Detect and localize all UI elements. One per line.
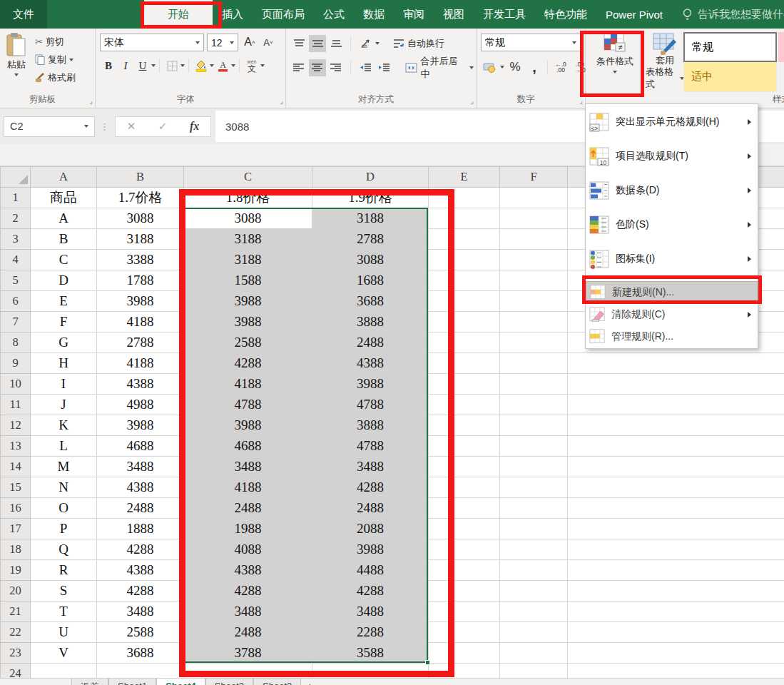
cell-F12[interactable]: [500, 415, 568, 436]
cell-E16[interactable]: [429, 498, 500, 519]
cell-A8[interactable]: G: [31, 333, 97, 353]
cell-D13[interactable]: 4788: [312, 436, 429, 457]
shrink-font-button[interactable]: A˅: [260, 34, 277, 51]
cell-C19[interactable]: 4388: [184, 560, 312, 581]
cell-F4[interactable]: [500, 250, 568, 270]
clipboard-dialog-launcher-icon[interactable]: ⌟: [89, 97, 93, 105]
row-header-12[interactable]: 12: [1, 415, 31, 436]
ribbon-tab-2[interactable]: 页面布局: [253, 0, 314, 29]
cell-F13[interactable]: [500, 436, 568, 457]
cell-D7[interactable]: 3888: [312, 312, 429, 333]
row-header-15[interactable]: 15: [1, 477, 31, 498]
cell-F16[interactable]: [500, 498, 568, 519]
cell-E18[interactable]: [429, 539, 500, 560]
cell-D2[interactable]: 3188: [312, 208, 429, 229]
cell-B8[interactable]: 2788: [97, 333, 184, 353]
paste-button[interactable]: 粘贴: [3, 33, 30, 76]
row-header-11[interactable]: 11: [1, 395, 31, 415]
fill-color-button[interactable]: [193, 57, 210, 74]
ribbon-tab-6[interactable]: 视图: [434, 0, 474, 29]
cell-F15[interactable]: [500, 477, 568, 498]
cell-C18[interactable]: 4088: [184, 539, 312, 560]
cell-B19[interactable]: 4388: [97, 560, 184, 581]
cell-D4[interactable]: 3088: [312, 250, 429, 270]
number-dialog-launcher-icon[interactable]: ⌟: [579, 97, 583, 105]
cell-D14[interactable]: 3488: [312, 457, 429, 477]
cell-F21[interactable]: [500, 602, 568, 622]
cell-A19[interactable]: R: [31, 560, 97, 581]
row-header-9[interactable]: 9: [1, 353, 31, 374]
row-header-17[interactable]: 17: [1, 519, 31, 539]
ribbon-tab-4[interactable]: 数据: [354, 0, 394, 29]
center-button[interactable]: [309, 59, 326, 76]
borders-button[interactable]: [163, 57, 180, 74]
row-header-22[interactable]: 22: [1, 622, 31, 643]
row-header-10[interactable]: 10: [1, 374, 31, 395]
cell-F18[interactable]: [500, 539, 568, 560]
cell-D10[interactable]: 3988: [312, 374, 429, 395]
font-size-select[interactable]: 12: [207, 34, 238, 51]
cell-C4[interactable]: 3188: [184, 250, 312, 270]
font-color-button[interactable]: A: [214, 57, 231, 74]
cell-D1[interactable]: 1.9价格: [312, 188, 429, 208]
cell-B21[interactable]: 3488: [97, 602, 184, 622]
cell-C14[interactable]: 3488: [184, 457, 312, 477]
cell-F20[interactable]: [500, 581, 568, 602]
cell-E10[interactable]: [429, 374, 500, 395]
cell-B12[interactable]: 3988: [97, 415, 184, 436]
menu-item-4[interactable]: 图标集(I): [586, 242, 758, 276]
column-header-C[interactable]: C: [184, 167, 312, 188]
cell-A7[interactable]: F: [31, 312, 97, 333]
cell-A11[interactable]: J: [31, 395, 97, 415]
cell-E6[interactable]: [429, 291, 500, 312]
cell-C10[interactable]: 4188: [184, 374, 312, 395]
top-align-button[interactable]: [290, 35, 307, 52]
cell-D22[interactable]: 2288: [312, 622, 429, 643]
column-header-D[interactable]: D: [312, 167, 429, 188]
cell-E22[interactable]: [429, 622, 500, 643]
cell-D19[interactable]: 4488: [312, 560, 429, 581]
cell-C8[interactable]: 2588: [184, 333, 312, 353]
align-left-button[interactable]: [290, 59, 307, 76]
cell-style-bad-sliver[interactable]: [778, 32, 784, 62]
cell-C22[interactable]: 2488: [184, 622, 312, 643]
cell-A6[interactable]: E: [31, 291, 97, 312]
cell-B22[interactable]: 2588: [97, 622, 184, 643]
cell-F1[interactable]: [500, 188, 568, 208]
cell-F7[interactable]: [500, 312, 568, 333]
row-header-14[interactable]: 14: [1, 457, 31, 477]
menu-item-0[interactable]: ≤>突出显示单元格规则(H): [586, 105, 758, 139]
row-header-16[interactable]: 16: [1, 498, 31, 519]
menu-item-6[interactable]: 清除规则(C): [586, 303, 758, 325]
cell-C3[interactable]: 3188: [184, 229, 312, 250]
cell-C23[interactable]: 3788: [184, 643, 312, 664]
cell-G16[interactable]: [568, 498, 784, 519]
column-header-B[interactable]: B: [97, 167, 184, 188]
ribbon-tab-0[interactable]: 开始: [144, 0, 213, 29]
cell-F5[interactable]: [500, 270, 568, 291]
menu-item-2[interactable]: 数据条(D): [586, 173, 758, 208]
cell-E15[interactable]: [429, 477, 500, 498]
cell-D20[interactable]: 4288: [312, 581, 429, 602]
cell-A21[interactable]: T: [31, 602, 97, 622]
cell-B5[interactable]: 1788: [97, 270, 184, 291]
cell-D18[interactable]: 3988: [312, 539, 429, 560]
column-header-A[interactable]: A: [31, 167, 97, 188]
cell-A2[interactable]: A: [31, 208, 97, 229]
grow-font-button[interactable]: A˄: [241, 34, 258, 51]
wrap-text-button[interactable]: 自动换行: [391, 34, 447, 52]
cell-E3[interactable]: [429, 229, 500, 250]
cell-B10[interactable]: 4388: [97, 374, 184, 395]
cell-A20[interactable]: S: [31, 581, 97, 602]
cell-C12[interactable]: 3988: [184, 415, 312, 436]
cell-E17[interactable]: [429, 519, 500, 539]
cell-F10[interactable]: [500, 374, 568, 395]
column-header-E[interactable]: E: [429, 167, 500, 188]
row-header-1[interactable]: 1: [1, 188, 31, 208]
row-header-18[interactable]: 18: [1, 539, 31, 560]
cell-C7[interactable]: 3988: [184, 312, 312, 333]
cell-style-normal[interactable]: 常规: [683, 32, 777, 62]
column-header-F[interactable]: F: [500, 167, 568, 188]
cell-A10[interactable]: I: [31, 374, 97, 395]
cell-G12[interactable]: [568, 415, 784, 436]
